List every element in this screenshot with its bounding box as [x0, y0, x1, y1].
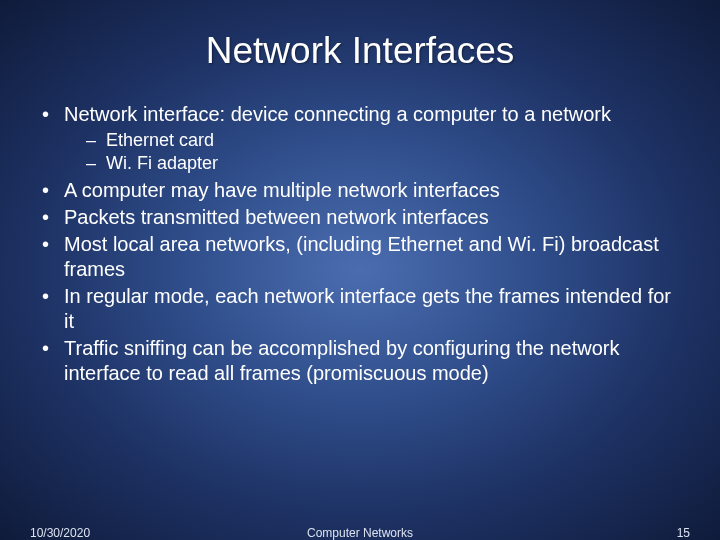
bullet-list: Network interface: device connecting a c… [40, 102, 680, 386]
bullet-text: Network interface: device connecting a c… [64, 103, 611, 125]
bullet-item: Most local area networks, (including Eth… [40, 232, 680, 282]
bullet-item: A computer may have multiple network int… [40, 178, 680, 203]
footer-center: Computer Networks [0, 526, 720, 540]
slide-title: Network Interfaces [0, 0, 720, 72]
slide-content: Network interface: device connecting a c… [0, 72, 720, 386]
bullet-text: A computer may have multiple network int… [64, 179, 500, 201]
sub-bullet-text: Ethernet card [106, 130, 214, 150]
bullet-item: Network interface: device connecting a c… [40, 102, 680, 174]
bullet-text: Packets transmitted between network inte… [64, 206, 489, 228]
bullet-item: Packets transmitted between network inte… [40, 205, 680, 230]
bullet-item: In regular mode, each network interface … [40, 284, 680, 334]
footer-page-number: 15 [677, 526, 690, 540]
sub-bullet-item: Ethernet card [86, 129, 680, 152]
sub-bullet-text: Wi. Fi adapter [106, 153, 218, 173]
bullet-item: Traffic sniffing can be accomplished by … [40, 336, 680, 386]
bullet-text: In regular mode, each network interface … [64, 285, 671, 332]
bullet-text-post: ) [482, 362, 489, 384]
sub-bullet-list: Ethernet card Wi. Fi adapter [86, 129, 680, 174]
promiscuous-mode-text: promiscuous mode [313, 362, 482, 384]
slide: Network Interfaces Network interface: de… [0, 0, 720, 540]
bullet-text: Most local area networks, (including Eth… [64, 233, 659, 280]
sub-bullet-item: Wi. Fi adapter [86, 152, 680, 175]
